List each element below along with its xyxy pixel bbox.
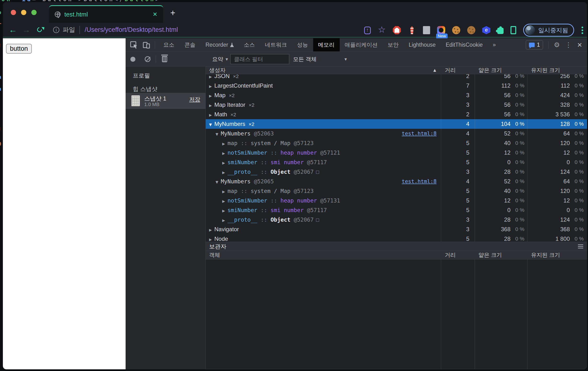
bookmark-star-extension-icon[interactable] <box>378 26 386 34</box>
expand-arrow-icon[interactable]: ▶ <box>222 139 228 148</box>
window-minimize-button[interactable] <box>21 10 26 15</box>
constructor-row[interactable]: ▶Map Iterator×23560 %3280 % <box>206 100 587 110</box>
instance-row[interactable]: ▼MyNumbers @52065test.html:84520 %640 % <box>206 177 587 186</box>
share-extension-icon[interactable] <box>364 27 371 34</box>
edge-extension-icon[interactable] <box>482 26 490 34</box>
perspective-select[interactable]: 요약 ▼ <box>212 52 228 66</box>
property-row[interactable]: ▶__proto__ :: Object @52067□3280 %1240 % <box>206 215 587 225</box>
expand-arrow-icon[interactable]: ▶ <box>209 74 214 81</box>
column-header-retained-size[interactable]: 유지된 크기 <box>528 251 587 260</box>
collapse-arrow-icon[interactable]: ▼ <box>216 130 221 138</box>
column-header-shallow-size[interactable]: 얕은 크기 <box>475 251 528 260</box>
source-link[interactable]: test.html:8 <box>402 129 437 138</box>
devtools-tab-EditThisCookie[interactable]: EditThisCookie <box>441 38 488 52</box>
puzzle-extension-icon[interactable] <box>497 28 504 34</box>
devtools-tab-»[interactable]: » <box>488 38 501 52</box>
property-row[interactable]: ▶map :: system / Map @571235400 %1200 % <box>206 138 587 148</box>
reload-button[interactable] <box>33 25 46 35</box>
devtools-tab-네트워크[interactable]: 네트워크 <box>260 38 292 52</box>
devtools-tab-보안[interactable]: 보안 <box>383 38 404 52</box>
collapse-arrow-icon[interactable]: ▼ <box>209 120 214 129</box>
column-header-retained-size[interactable]: 유지된 크기 <box>528 66 587 74</box>
lighthouse-extension-icon[interactable] <box>408 26 416 34</box>
inspect-element-icon[interactable] <box>130 41 138 49</box>
devtools-menu-kebab-icon[interactable]: ⋮ <box>565 41 572 49</box>
chevron-down-icon[interactable]: ▼ <box>345 57 347 61</box>
property-row[interactable]: ▶__proto__ :: Object @52067□3280 %1240 % <box>206 167 587 177</box>
instance-row[interactable]: ▼MyNumbers @52063test.html:84520 %640 % <box>206 129 587 138</box>
expand-arrow-icon[interactable]: ▶ <box>209 91 214 100</box>
tab-close-icon[interactable]: ✕ <box>153 11 158 18</box>
devtools-tab-요소[interactable]: 요소 <box>158 38 179 52</box>
collapse-arrow-icon[interactable]: ▼ <box>216 177 221 186</box>
screen-recorder-extension-icon[interactable]: New <box>437 26 445 34</box>
back-button[interactable]: ← <box>6 25 20 34</box>
snapshot-save-link[interactable]: 저장 <box>189 96 200 103</box>
expand-arrow-icon[interactable]: ▶ <box>209 82 214 90</box>
issues-badge[interactable]: 1 <box>526 40 543 50</box>
devtools-tab-Lighthouse[interactable]: Lighthouse <box>404 38 441 52</box>
devtools-tab-메모리[interactable]: 메모리 <box>313 38 340 52</box>
expand-arrow-icon[interactable]: ▶ <box>222 206 228 215</box>
column-header-distance[interactable]: 거리 <box>441 251 475 260</box>
devtools-close-icon[interactable]: ✕ <box>577 41 582 49</box>
constructor-row[interactable]: ▶JSON×22560 %2560 % <box>206 74 587 81</box>
devtools-tab-Recorder[interactable]: Recorder <box>200 38 239 52</box>
frame-extension-icon[interactable] <box>511 26 516 34</box>
constructor-row[interactable]: ▶Map×23560 %4240 % <box>206 90 587 100</box>
constructor-row[interactable]: ▶LargestContentfulPaint71120 %1120 % <box>206 81 587 90</box>
expand-arrow-icon[interactable]: ▶ <box>222 196 228 205</box>
page-button[interactable]: button <box>6 44 32 54</box>
source-link[interactable]: test.html:8 <box>402 177 437 186</box>
expand-arrow-icon[interactable]: ▶ <box>209 110 214 119</box>
profile-chip[interactable]: 일시중지됨 <box>523 24 574 37</box>
property-row[interactable]: ▶map :: system / Map @571235400 %1200 % <box>206 186 587 196</box>
constructor-row[interactable]: ▼MyNumbers×241040 %1280 % <box>206 119 587 129</box>
window-zoom-button[interactable] <box>31 10 37 15</box>
column-header-distance[interactable]: 거리 <box>441 66 475 74</box>
column-header-object[interactable]: 객체 <box>206 251 441 260</box>
expand-arrow-icon[interactable]: ▶ <box>222 216 228 225</box>
forward-button[interactable]: → <box>20 25 33 34</box>
new-tab-button[interactable]: + <box>170 9 175 17</box>
reveal-box-icon[interactable]: □ <box>316 169 319 175</box>
expand-arrow-icon[interactable]: ▶ <box>222 187 228 196</box>
adblock-extension-icon[interactable] <box>393 26 401 34</box>
expand-arrow-icon[interactable]: ▶ <box>222 158 228 167</box>
constructor-row[interactable]: ▶Navigator33680 %3680 % <box>206 225 587 234</box>
constructor-row[interactable]: ▶Node5280 %1 8000 % <box>206 234 587 242</box>
expand-arrow-icon[interactable]: ▶ <box>222 149 228 157</box>
expand-arrow-icon[interactable]: ▶ <box>209 235 214 242</box>
info-icon[interactable]: i <box>53 27 59 33</box>
devtools-tab-애플리케이션[interactable]: 애플리케이션 <box>340 38 383 52</box>
property-row[interactable]: ▶smiNumber :: smi number @57117500 %00 % <box>206 157 587 167</box>
objects-select[interactable]: 모든 객체 <box>293 52 316 66</box>
devtools-tab-성능[interactable]: 성능 <box>292 38 313 52</box>
constructor-row[interactable]: ▶Math×22560 %3 5360 % <box>206 110 587 119</box>
browser-tab[interactable]: test.html ✕ <box>49 5 163 23</box>
cookie-extension-icon[interactable] <box>452 26 460 34</box>
address-url[interactable]: /Users/yceffort/Desktop/test.html <box>85 26 178 33</box>
property-row[interactable]: ▶smiNumber :: smi number @57117500 %00 % <box>206 205 587 215</box>
snapshot-list-item[interactable]: 스냅샷 1 1.0 MB 저장 <box>126 93 206 109</box>
column-header-shallow-size[interactable]: 얕은 크기 <box>475 66 528 74</box>
device-toolbar-icon[interactable] <box>142 41 150 49</box>
gray-square-extension-icon[interactable] <box>423 26 430 34</box>
devtools-tab-소스[interactable]: 소스 <box>239 38 260 52</box>
clear-profiles-icon[interactable] <box>145 56 150 62</box>
expand-arrow-icon[interactable]: ▶ <box>209 101 214 110</box>
retainers-menu-icon[interactable] <box>578 244 583 249</box>
property-row[interactable]: ▶notSmiNumber :: heap number @571315120 … <box>206 196 587 205</box>
column-header-constructor[interactable]: 생성자 ▲ <box>206 66 441 74</box>
settings-gear-icon[interactable]: ⚙ <box>554 41 560 49</box>
devtools-tab-콘솔[interactable]: 콘솔 <box>179 38 200 52</box>
cookie-bite-extension-icon[interactable] <box>467 26 475 34</box>
expand-arrow-icon[interactable]: ▶ <box>209 225 214 234</box>
record-heap-snapshot-button[interactable] <box>130 57 135 62</box>
class-filter-input[interactable] <box>230 54 289 64</box>
window-close-button[interactable] <box>11 10 16 15</box>
reveal-box-icon[interactable]: □ <box>316 217 319 223</box>
expand-arrow-icon[interactable]: ▶ <box>222 168 228 177</box>
delete-snapshot-trash-icon[interactable] <box>162 56 167 62</box>
property-row[interactable]: ▶notSmiNumber :: heap number @571215120 … <box>206 148 587 157</box>
